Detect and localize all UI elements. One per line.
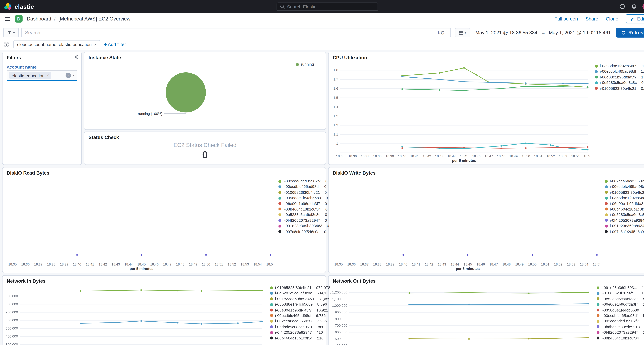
legend-item[interactable]: i-0e5283c5ca6ef3c8c0.934 bbox=[595, 81, 644, 85]
filter-pill[interactable]: cloud.account.name: elastic-education × bbox=[14, 40, 100, 48]
saved-query-menu-button[interactable]: ▾ bbox=[3, 28, 19, 37]
svg-text:18:54: 18:54 bbox=[571, 154, 580, 158]
svg-text:18:45: 18:45 bbox=[137, 262, 146, 266]
legend-color-dot bbox=[595, 87, 598, 90]
chevron-down-icon[interactable]: ▾ bbox=[73, 74, 75, 77]
time-range[interactable]: May 1, 2021 @ 18:36:55.384 → May 1, 2021… bbox=[475, 30, 611, 35]
diskio-read-chart[interactable]: 018:3518:3618:3718:3818:3918:4018:4118:4… bbox=[3, 178, 273, 272]
time-range-end[interactable]: May 1, 2021 @ 19:02:18.461 bbox=[549, 30, 611, 35]
legend-item[interactable]: i-0e5283c5ca6ef3c8c0 bbox=[605, 213, 644, 217]
legend-item[interactable]: running bbox=[296, 62, 322, 66]
legend-item[interactable]: i-097c8cfe20f546c0a0 bbox=[605, 230, 644, 234]
svg-text:18:38: 18:38 bbox=[47, 262, 56, 266]
alerts-bell-icon[interactable] bbox=[631, 3, 637, 10]
diskio-write-chart[interactable]: 018:3518:3618:3718:3818:3918:4018:4118:4… bbox=[329, 178, 600, 272]
legend-item[interactable]: i-01065823f30b4fc210 bbox=[605, 190, 644, 194]
legend-item[interactable]: i-00ecdbfc465ad98df12,176 bbox=[596, 314, 644, 318]
edit-button[interactable]: Edit bbox=[626, 14, 644, 23]
legend-item[interactable]: i-002cea6dcd35502f78,779 bbox=[596, 319, 644, 323]
chart-legend: i-01065823f30b4fc21972,078i-0e5283c5ca6e… bbox=[270, 286, 322, 340]
elastic-logo[interactable]: elastic bbox=[4, 3, 34, 10]
svg-text:1.4: 1.4 bbox=[333, 105, 338, 109]
time-range-start[interactable]: May 1, 2021 @ 18:36:55.384 bbox=[475, 30, 537, 35]
legend-item[interactable]: i-08b4604c18b1c0f340 bbox=[278, 207, 322, 211]
user-avatar[interactable]: m bbox=[642, 2, 644, 10]
legend-item[interactable]: i-0f4f2052073a929470 bbox=[605, 218, 644, 222]
legend-item[interactable]: i-00ecdbfc465ad98df1.656 bbox=[595, 70, 644, 74]
kql-search-input[interactable] bbox=[25, 30, 435, 35]
legend-item[interactable]: i-002cea6dcd35502f70 bbox=[605, 179, 644, 183]
legend-label: i-0358d8e1fe4cb5689 bbox=[602, 308, 639, 312]
network-in-chart[interactable]: 300,000400,000500,000600,000700,000800,0… bbox=[3, 286, 265, 345]
legend-item[interactable]: i-0358d8e1fe4cb56890 bbox=[605, 196, 644, 200]
legend-item[interactable]: i-091e23e369b8934630 bbox=[605, 224, 644, 228]
legend-item[interactable]: i-002cea6dcd35502f73,236 bbox=[270, 319, 322, 323]
legend-item[interactable]: i-00ecdbfc465ad98df0 bbox=[605, 185, 644, 189]
legend-label: i-097c8cfe20f546c0a bbox=[610, 230, 644, 234]
legend-item[interactable]: i-0e5283c5ca6ef3c8c0 bbox=[278, 213, 322, 217]
legend-item[interactable]: i-002cea6dcd35502f70 bbox=[278, 179, 322, 183]
legend-color-dot bbox=[270, 308, 273, 312]
legend-item[interactable]: i-00ecdbfc465ad98df0 bbox=[278, 185, 322, 189]
account-name-combobox[interactable]: elastic-education × × ▾ bbox=[7, 70, 77, 81]
legend-item[interactable]: i-08b4604c18b1c0f34210 bbox=[270, 336, 322, 340]
legend-value: 196 bbox=[641, 336, 644, 340]
legend-item[interactable]: i-0bdbdc9c88cde9518880 bbox=[270, 325, 322, 329]
global-search[interactable] bbox=[276, 2, 378, 11]
legend-item[interactable]: i-097c8cfe20f546c0a0 bbox=[278, 230, 322, 234]
panel-options-gear-icon[interactable] bbox=[74, 54, 79, 60]
legend-item[interactable]: i-0f4f2052073a92947208 bbox=[596, 330, 644, 334]
deployment-icon[interactable] bbox=[619, 3, 626, 10]
legend-item[interactable]: i-01065823f30b4fc210 bbox=[278, 190, 322, 194]
legend-item[interactable]: i-06e00e1b96dfda3f724,685 bbox=[596, 302, 644, 306]
legend-item[interactable]: i-00ecdbfc465ad98df6,736 bbox=[270, 314, 322, 318]
date-picker-button[interactable]: ▾ bbox=[455, 28, 470, 37]
legend-item[interactable]: i-0e5283c5ca6ef3c8c584,135 bbox=[270, 291, 322, 295]
svg-text:18:36: 18:36 bbox=[348, 154, 357, 158]
legend-item[interactable]: i-0f4f2052073a92947410 bbox=[270, 330, 322, 334]
clear-selection-icon[interactable]: × bbox=[66, 73, 71, 78]
legend-item[interactable]: i-06e00e1b96dfda3f70 bbox=[278, 202, 322, 206]
legend-item[interactable]: i-0358d8e1fe4cb56898,396 bbox=[270, 302, 322, 306]
network-out-chart[interactable]: 400,000500,000600,000700,000800,000900,0… bbox=[329, 286, 591, 345]
kql-search-box[interactable]: KQL bbox=[21, 28, 451, 37]
chevron-down-icon: ▾ bbox=[13, 31, 15, 34]
remove-option-icon[interactable]: × bbox=[47, 73, 49, 78]
legend-item[interactable]: i-0358d8e1fe4cb56890 bbox=[278, 196, 322, 200]
legend-color-dot bbox=[270, 336, 273, 340]
refresh-button[interactable]: Refresh bbox=[616, 28, 644, 38]
legend-item[interactable]: i-01065823f30b4fc...1,030,384 bbox=[596, 291, 644, 295]
svg-text:18:47: 18:47 bbox=[484, 154, 493, 158]
add-filter-link[interactable]: + Add filter bbox=[104, 42, 126, 47]
breadcrumb-app[interactable]: Dashboard bbox=[27, 16, 51, 22]
legend-item[interactable]: i-0358d8e1fe4cb568922,498 bbox=[596, 308, 644, 312]
legend-item[interactable]: i-0f4f2052073a929470 bbox=[278, 218, 322, 222]
legend-item[interactable]: i-06e00e1b96dfda3f71.617 bbox=[595, 75, 644, 79]
svg-text:per 5 minutes: per 5 minutes bbox=[456, 266, 480, 271]
legend-item[interactable]: i-091e23e369b8934630 bbox=[278, 224, 322, 228]
selected-option-tag[interactable]: elastic-education × bbox=[9, 72, 52, 79]
clone-link[interactable]: Clone bbox=[606, 16, 618, 21]
cpu-utilization-chart[interactable]: 11.11.21.31.41.51.61.71.818:3518:3618:37… bbox=[329, 62, 590, 164]
global-search-input[interactable] bbox=[287, 4, 375, 9]
legend-item[interactable]: i-01065823f30b4fc21972,078 bbox=[270, 286, 322, 290]
legend-item[interactable]: i-08b4604c18b1c0f340 bbox=[605, 207, 644, 211]
svg-text:18:36: 18:36 bbox=[347, 262, 356, 266]
menu-hamburger-icon[interactable] bbox=[5, 16, 11, 22]
filter-options-icon[interactable] bbox=[3, 41, 10, 48]
legend-item[interactable]: i-08b4604c18b1c0f34196 bbox=[596, 336, 644, 340]
legend-item[interactable]: i-06e00e1b96dfda3f70 bbox=[605, 202, 644, 206]
legend-item[interactable]: i-0e5283c5ca6ef3c8c518,768 bbox=[596, 297, 644, 301]
legend-item[interactable]: i-0358d8e1fe4cb56891.615 bbox=[595, 64, 644, 68]
kql-label[interactable]: KQL bbox=[438, 30, 447, 35]
legend-item[interactable]: i-01065823f30b4fc210.963 bbox=[595, 86, 644, 90]
legend-item[interactable]: i-091e23e369b89346331,659 bbox=[270, 297, 322, 301]
full-screen-link[interactable]: Full screen bbox=[554, 16, 578, 21]
legend-item[interactable]: i-091e23e369b893...1,201,252 bbox=[596, 286, 644, 290]
chart-legend: i-002cea6dcd35502f70i-00ecdbfc465ad98df0… bbox=[278, 179, 322, 234]
instance-state-pie-chart[interactable]: running (100%) bbox=[85, 62, 325, 128]
remove-filter-icon[interactable]: × bbox=[94, 42, 96, 47]
legend-item[interactable]: i-0bdbdc9c88cde9518588 bbox=[596, 325, 644, 329]
share-link[interactable]: Share bbox=[586, 16, 598, 21]
legend-item[interactable]: i-06e00e1b96dfda3f710,921 bbox=[270, 308, 322, 312]
